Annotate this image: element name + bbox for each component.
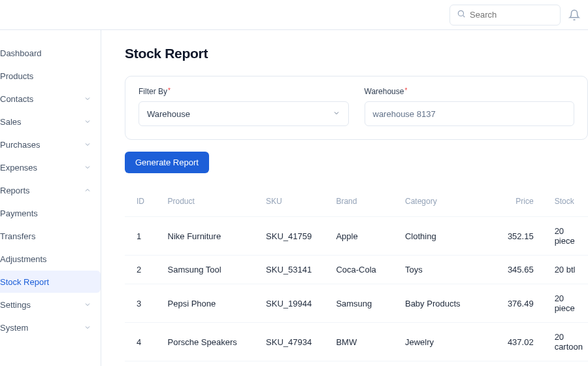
cell: 20 cartoon: [549, 323, 588, 361]
cell: Pepsi Phone: [163, 284, 261, 323]
cell: 437.02: [492, 323, 549, 361]
chevron-down-icon: [84, 301, 91, 308]
sidebar-item-label: Reports: [0, 186, 30, 195]
sidebar-item-label: Contacts: [0, 94, 33, 104]
cell: Apple: [331, 361, 400, 367]
warehouse-input[interactable]: warehouse 8137: [365, 101, 575, 126]
chevron-down-icon: [333, 109, 340, 119]
cell: SKU_41759: [261, 217, 331, 256]
col-price: Price: [492, 190, 549, 217]
cell: Samsung Tool: [163, 256, 261, 284]
col-id: ID: [125, 190, 163, 217]
sidebar-item-label: Purchases: [0, 140, 40, 150]
stock-table: IDProductSKUBrandCategoryPriceStock 1Nik…: [125, 190, 588, 366]
cell: 3: [125, 284, 163, 323]
warehouse-label: Warehouse*: [365, 87, 575, 96]
cell: 20 btl: [549, 256, 588, 284]
filter-card: Filter By* Warehouse Warehouse* warehous…: [125, 76, 588, 140]
table-row: 2Samsung ToolSKU_53141Coca-ColaToys345.6…: [125, 256, 588, 284]
table-row: 1Nike FurnitureSKU_41759AppleClothing352…: [125, 217, 588, 256]
svg-point-0: [458, 10, 463, 16]
table-row: 4Porsche SpeakersSKU_47934BMWJewelry437.…: [125, 323, 588, 361]
filter-by-label: Filter By*: [139, 87, 349, 96]
cell: Gaming: [400, 361, 492, 367]
sidebar-item-system[interactable]: System: [0, 316, 101, 339]
sidebar-item-transfers[interactable]: Transfers: [0, 225, 101, 247]
cell: Apple: [331, 217, 400, 256]
sidebar-item-adjustments[interactable]: Adjustments: [0, 248, 101, 270]
col-product: Product: [163, 190, 261, 217]
cell: BMW: [331, 323, 400, 361]
cell: Clothing: [400, 217, 492, 256]
sidebar-item-label: Products: [0, 71, 33, 81]
page-title: Stock Report: [125, 46, 588, 61]
sidebar-item-dashboard[interactable]: Dashboard: [0, 42, 101, 64]
topbar: [0, 0, 588, 30]
search-box[interactable]: [449, 5, 561, 25]
sidebar-item-label: Expenses: [0, 163, 37, 173]
filter-by-value: Warehouse: [147, 109, 190, 119]
main-content: Stock Report Filter By* Warehouse Wareho…: [101, 30, 588, 366]
table-row: 3Pepsi PhoneSKU_19944SamsungBaby Product…: [125, 284, 588, 323]
cell: Baby Products: [400, 284, 492, 323]
generate-report-button[interactable]: Generate Report: [125, 152, 209, 173]
sidebar-item-expenses[interactable]: Expenses: [0, 156, 101, 178]
warehouse-value: warehouse 8137: [373, 109, 436, 119]
cell: Nike Furniture: [163, 217, 261, 256]
sidebar-item-label: Dashboard: [0, 48, 42, 58]
cell: 345.65: [492, 256, 549, 284]
search-icon: [457, 9, 466, 21]
svg-line-1: [463, 15, 465, 17]
notifications-icon[interactable]: [568, 9, 580, 21]
cell: SKU_47934: [261, 323, 331, 361]
cell: Coca-Cola: [331, 256, 400, 284]
cell: 352.15: [492, 217, 549, 256]
cell: Porsche Speakers: [163, 323, 261, 361]
col-stock: Stock: [549, 190, 588, 217]
sidebar-item-label: Adjustments: [0, 254, 47, 264]
chevron-down-icon: [84, 141, 91, 148]
cell: 4: [125, 323, 163, 361]
sidebar-item-products[interactable]: Products: [0, 65, 101, 87]
table-row: 5Porsche AccessorySKU_51437AppleGaming18…: [125, 361, 588, 367]
sidebar: DashboardProductsContactsSalesPurchasesE…: [0, 30, 101, 366]
filter-by-select[interactable]: Warehouse: [139, 101, 349, 126]
col-category: Category: [400, 190, 492, 217]
sidebar-item-label: Transfers: [0, 231, 35, 241]
chevron-down-icon: [84, 95, 91, 103]
sidebar-item-label: Settings: [0, 300, 31, 310]
search-input[interactable]: [470, 10, 553, 20]
sidebar-item-sales[interactable]: Sales: [0, 110, 101, 133]
cell: SKU_51437: [261, 361, 331, 367]
sidebar-item-label: Stock Report: [0, 277, 49, 287]
cell: SKU_53141: [261, 256, 331, 284]
sidebar-item-reports[interactable]: Reports: [0, 179, 101, 201]
sidebar-item-contacts[interactable]: Contacts: [0, 88, 101, 110]
sidebar-item-settings[interactable]: Settings: [0, 293, 101, 316]
col-sku: SKU: [261, 190, 331, 217]
sidebar-item-label: System: [0, 323, 28, 333]
sidebar-item-payments[interactable]: Payments: [0, 202, 101, 224]
cell: 376.49: [492, 284, 549, 323]
cell: 2: [125, 256, 163, 284]
col-brand: Brand: [331, 190, 400, 217]
chevron-down-icon: [84, 118, 91, 125]
cell: 20 piece: [549, 284, 588, 323]
sidebar-item-purchases[interactable]: Purchases: [0, 133, 101, 156]
cell: Jewelry: [400, 323, 492, 361]
cell: Samsung: [331, 284, 400, 323]
chevron-down-icon: [84, 324, 91, 331]
cell: Porsche Accessory: [163, 361, 261, 367]
sidebar-item-stock-report[interactable]: Stock Report: [0, 271, 101, 293]
chevron-down-icon: [84, 163, 91, 171]
sidebar-item-label: Payments: [0, 208, 38, 218]
cell: 5: [125, 361, 163, 367]
cell: 1: [125, 217, 163, 256]
cell: 20 piece: [549, 217, 588, 256]
cell: SKU_19944: [261, 284, 331, 323]
cell: 20 piece: [549, 361, 588, 367]
sidebar-item-label: Sales: [0, 117, 22, 127]
cell: 183.39: [492, 361, 549, 367]
chevron-up-icon: [84, 186, 91, 194]
cell: Toys: [400, 256, 492, 284]
